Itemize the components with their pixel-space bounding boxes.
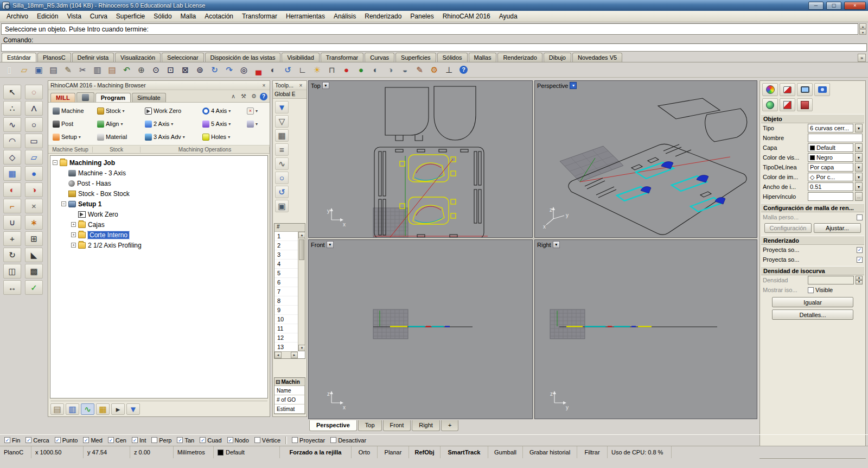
shaded-view-icon[interactable]: ◐: [368, 63, 383, 77]
tree-item-profiling[interactable]: + 2 1/2 Axis Profiling: [50, 240, 267, 250]
toolpath-row[interactable]: 9: [275, 306, 298, 315]
tree-item-machine[interactable]: Machine - 3 Axis: [50, 168, 267, 178]
show-machine-icon[interactable]: ▤: [50, 403, 64, 415]
dropdown-icon[interactable]: ▾: [855, 124, 863, 132]
zoom-target-icon[interactable]: ◎: [237, 63, 251, 77]
menu-ayuda[interactable]: Ayuda: [495, 11, 522, 21]
viewport-front[interactable]: z x Front ▾: [308, 239, 533, 419]
boolean-difference-icon[interactable]: ◑: [25, 182, 43, 197]
checkbox-icon[interactable]: ✓: [108, 437, 114, 443]
toolpath-row[interactable]: 5: [275, 269, 298, 278]
toolpath-row[interactable]: 2: [275, 241, 298, 250]
checkbox-icon[interactable]: ✓: [25, 437, 31, 443]
viewport-tab-top[interactable]: Top: [358, 420, 382, 431]
collapse-expander-icon[interactable]: −: [53, 160, 58, 165]
igualar-button[interactable]: Igualar: [772, 297, 853, 307]
display-tab-icon[interactable]: [797, 83, 813, 96]
tab-disposicion-vistas[interactable]: Disposición de las vistas: [205, 53, 281, 62]
top-viewport-canvas[interactable]: y x: [309, 81, 533, 238]
hipervinculo-value[interactable]: [808, 192, 853, 201]
undo-icon[interactable]: ↶: [119, 63, 134, 77]
checkbox-icon[interactable]: ✓: [292, 437, 298, 443]
rotate-tool-icon[interactable]: ↻: [3, 248, 21, 262]
machine-button[interactable]: Machine: [50, 105, 94, 117]
scroll-down-icon[interactable]: ▼: [298, 345, 305, 351]
tab-solidos[interactable]: Sólidos: [437, 53, 468, 62]
cplane-axes-icon[interactable]: ⊥: [442, 63, 456, 77]
point-grid-icon[interactable]: ▦: [275, 129, 289, 142]
browse-more-icon[interactable]: ...: [855, 192, 863, 201]
boolean-union-icon[interactable]: ◐: [3, 182, 21, 197]
tab-mallas[interactable]: Mallas: [469, 53, 497, 62]
circle-tool-icon[interactable]: ○: [25, 117, 43, 132]
tab-planosc[interactable]: PlanosC: [37, 53, 71, 62]
collapse-ribbon-icon[interactable]: ∧: [229, 92, 238, 100]
menu-edicion[interactable]: Edición: [33, 11, 62, 21]
osnap-cuad[interactable]: ✓Cuad: [200, 437, 221, 444]
work-zero-button[interactable]: Work Zero: [143, 105, 199, 117]
dropdown-icon[interactable]: ▾: [855, 173, 863, 181]
minimize-button[interactable]: ─: [808, 2, 824, 10]
lock-icon[interactable]: ⊓: [324, 63, 339, 77]
gear-icon[interactable]: ⚙: [250, 92, 258, 100]
menu-paneles[interactable]: Paneles: [406, 11, 438, 21]
preferences-wrench-icon[interactable]: ⚒: [239, 92, 248, 100]
toolpath-row[interactable]: 11: [275, 324, 298, 333]
tool-edit-icon[interactable]: ▽: [275, 115, 289, 128]
checkbox-icon[interactable]: ✓: [151, 437, 157, 443]
pencil-flag-icon[interactable]: ✎: [412, 63, 427, 77]
collapse-table-icon[interactable]: ⊟: [276, 379, 280, 385]
osnap-cen[interactable]: ✓Cen: [108, 437, 126, 444]
rectangle-tool-icon[interactable]: ▭: [25, 134, 43, 148]
toolpath-row[interactable]: 1: [275, 232, 298, 241]
status-cplane[interactable]: PlanoC: [0, 446, 31, 458]
menu-archivo[interactable]: Archivo: [2, 11, 33, 21]
explode-tool-icon[interactable]: ∗: [25, 215, 43, 230]
render-preview-icon[interactable]: ●: [354, 63, 368, 77]
color-visualizacion-value[interactable]: Negro: [808, 153, 853, 162]
expand-icon[interactable]: +: [71, 232, 76, 237]
copy-operations-button[interactable]: ▾: [245, 118, 271, 130]
three-axis-adv-button[interactable]: 3 Axis Adv▾: [143, 131, 199, 143]
tree-item-cajas[interactable]: + Cajas: [50, 219, 267, 230]
new-file-icon[interactable]: ▯: [2, 63, 17, 77]
osnap-tan[interactable]: ✓Tan: [177, 437, 194, 444]
help-icon[interactable]: ?: [260, 93, 267, 100]
texture-subtab-icon[interactable]: [797, 98, 813, 111]
status-units[interactable]: Milímetros: [174, 446, 214, 458]
malla-personalizada-checkbox[interactable]: ✓: [857, 214, 863, 220]
viewport-tab-new[interactable]: +: [441, 420, 458, 431]
front-viewport-canvas[interactable]: z x: [309, 240, 533, 419]
annotate-icon[interactable]: ✎: [61, 63, 75, 77]
align-button[interactable]: Align▾: [95, 118, 142, 130]
zoom-extents-icon[interactable]: ⊠: [178, 63, 193, 77]
status-z[interactable]: z 0.00: [130, 446, 174, 458]
curve-tool-icon[interactable]: ∿: [3, 117, 21, 132]
material-subtab-icon[interactable]: [780, 98, 795, 111]
tool-display-icon[interactable]: ▼: [126, 403, 140, 415]
menu-acotacion[interactable]: Acotación: [200, 11, 238, 21]
viewport-perspective[interactable]: z y x Perspective ▾: [534, 80, 757, 238]
menu-rhinocam-2016[interactable]: RhinoCAM 2016: [438, 11, 495, 21]
menu-herramientas[interactable]: Herramientas: [282, 11, 329, 21]
tab-program[interactable]: Program: [95, 93, 131, 102]
tab-seleccionar[interactable]: Seleccionar: [162, 53, 203, 62]
pan-view-icon[interactable]: ↷: [222, 63, 237, 77]
tree-item-setup-1[interactable]: − Setup 1: [50, 199, 267, 209]
render-icon[interactable]: ●: [339, 63, 354, 77]
status-cpu[interactable]: Uso de CPU: 0.8 %: [608, 446, 672, 458]
status-layer[interactable]: Default: [214, 446, 280, 458]
tab-mill[interactable]: MILL: [50, 93, 75, 102]
menu-superficie[interactable]: Superficie: [112, 11, 149, 21]
dropdown-icon[interactable]: ▾: [855, 153, 863, 162]
show-stock-icon[interactable]: ▥: [66, 403, 79, 415]
status-x[interactable]: x 1000.50: [31, 446, 84, 458]
checkbox-icon[interactable]: ✓: [132, 437, 138, 443]
osnap-cerca[interactable]: ✓Cerca: [25, 437, 49, 444]
collapse-expander-icon[interactable]: −: [61, 201, 66, 206]
expand-icon[interactable]: +: [71, 243, 76, 248]
detalles-button[interactable]: Detalles...: [772, 309, 853, 320]
configuracion-button[interactable]: Configuración: [764, 223, 812, 233]
menu-curva[interactable]: Curva: [86, 11, 112, 21]
surface-tool-icon[interactable]: ▱: [25, 150, 43, 165]
